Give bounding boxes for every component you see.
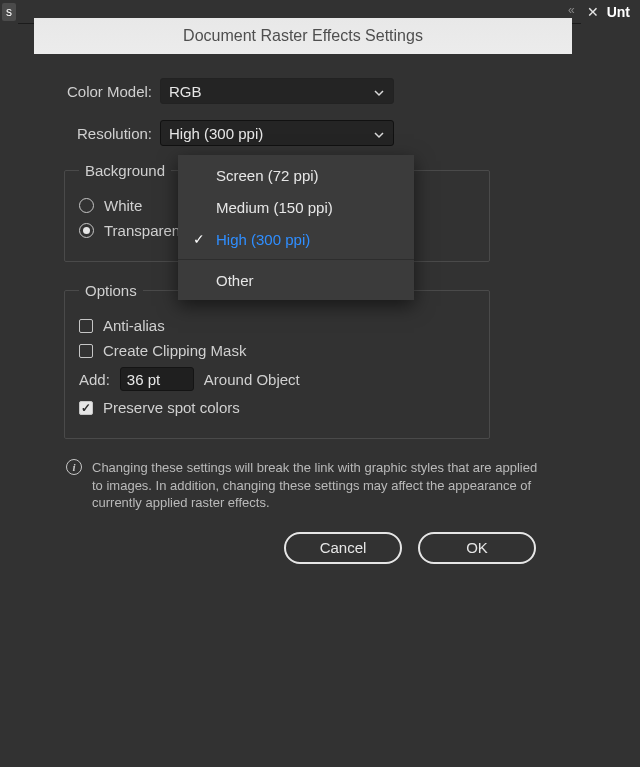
resolution-dropdown: Screen (72 ppi) Medium (150 ppi) ✓High (… [178,155,414,300]
chevron-down-icon [373,127,385,139]
radio-white-label: White [104,197,142,214]
options-group: Options Anti-alias Create Clipping Mask … [64,282,490,439]
radio-icon [79,198,94,213]
check-icon: ✓ [190,231,208,247]
resolution-value: High (300 ppi) [169,125,263,142]
filename-label: Unt [607,4,630,20]
check-anti-alias[interactable]: Anti-alias [79,317,475,334]
dropdown-item-screen[interactable]: Screen (72 ppi) [178,159,414,191]
anti-alias-label: Anti-alias [103,317,165,334]
clipping-label: Create Clipping Mask [103,342,246,359]
background-legend: Background [79,162,171,179]
radio-icon [79,223,94,238]
radio-transparent-label: Transparent [104,222,184,239]
resolution-select[interactable]: High (300 ppi) [160,120,394,146]
left-tab[interactable]: s [0,0,18,24]
check-clipping-mask[interactable]: Create Clipping Mask [79,342,475,359]
add-label: Add: [79,371,110,388]
resolution-label: Resolution: [54,125,160,142]
options-legend: Options [79,282,143,299]
add-suffix: Around Object [204,371,300,388]
chevron-down-icon [373,85,385,97]
info-note: i Changing these settings will break the… [54,459,552,532]
check-preserve-spot[interactable]: Preserve spot colors [79,399,475,416]
color-model-value: RGB [169,83,202,100]
checkbox-icon [79,319,93,333]
collapse-icon[interactable]: « [568,3,571,17]
color-model-label: Color Model: [54,83,160,100]
info-text: Changing these settings will break the l… [92,459,540,512]
checkbox-icon [79,344,93,358]
dropdown-item-high[interactable]: ✓High (300 ppi) [178,223,414,255]
dialog-title: Document Raster Effects Settings [34,18,572,54]
dropdown-item-medium[interactable]: Medium (150 ppi) [178,191,414,223]
color-model-select[interactable]: RGB [160,78,394,104]
checkbox-icon [79,401,93,415]
dropdown-separator [178,259,414,260]
dialog-raster-effects: Document Raster Effects Settings Color M… [34,18,572,600]
ok-button[interactable]: OK [418,532,536,564]
close-icon[interactable]: ✕ [587,4,599,20]
add-around-row: Add: 36 pt Around Object [79,367,475,391]
dropdown-item-other[interactable]: Other [178,264,414,296]
add-value-input[interactable]: 36 pt [120,367,194,391]
preserve-label: Preserve spot colors [103,399,240,416]
cancel-button[interactable]: Cancel [284,532,402,564]
info-icon: i [66,459,82,475]
